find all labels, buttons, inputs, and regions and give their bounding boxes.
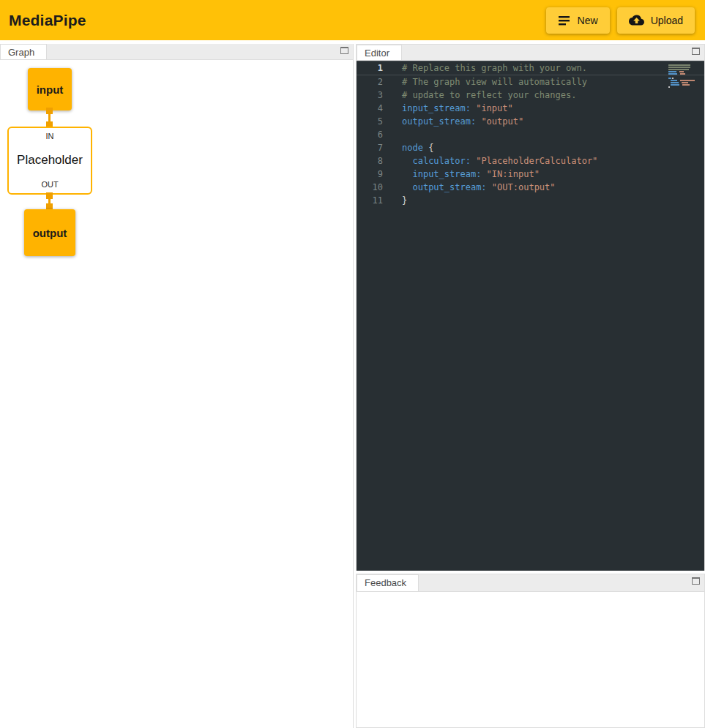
code-token: input_stream: (412, 169, 481, 179)
minimap-token (668, 80, 670, 81)
code-line[interactable]: 11} (357, 194, 704, 207)
menu-lines-icon (558, 15, 571, 26)
code-token: calculator: (412, 156, 470, 166)
code-line-content: # update to reflect your changes. (383, 89, 576, 102)
code-line[interactable]: 10 output_stream: "OUT:output" (357, 181, 704, 194)
minimap-token (672, 78, 674, 79)
header-buttons: New Upload (546, 7, 695, 34)
minimap-token (668, 69, 689, 70)
output-node-label: output (33, 227, 67, 239)
graph-tabbar: Graph (0, 44, 353, 60)
code-token (402, 156, 412, 166)
code-line-content: calculator: "PlaceholderCalculator" (383, 154, 597, 168)
graph-canvas[interactable]: input IN Placeholder OUT output (0, 60, 353, 728)
graph-panel: Graph input IN Placeholder OUT output (0, 44, 354, 728)
line-number: 3 (357, 89, 383, 102)
line-number: 7 (357, 141, 383, 154)
minimap-token (671, 80, 677, 81)
minimap-token (679, 82, 681, 83)
code-line-content: # Replace this graph with your own. (383, 61, 587, 75)
minimap-token (668, 64, 690, 66)
minimap-token (668, 82, 670, 83)
feedback-panel: Feedback (356, 574, 705, 728)
tab-editor[interactable]: Editor (357, 45, 402, 60)
graph-node-placeholder[interactable]: IN Placeholder OUT (7, 127, 92, 195)
code-token (402, 169, 412, 179)
placeholder-node-label: Placeholder (17, 153, 83, 168)
minimap-token (668, 73, 677, 75)
code-token: { (423, 143, 433, 153)
code-token: # The graph view will automatically (402, 77, 587, 87)
code-token: # Replace this graph with your own. (402, 63, 587, 73)
code-line-content: input_stream: "IN:input" (383, 168, 540, 181)
line-number: 1 (357, 61, 383, 75)
minimap-token (668, 67, 690, 68)
main-area: Graph input IN Placeholder OUT output (0, 40, 705, 728)
code-token: "output" (481, 116, 523, 127)
upload-button-label: Upload (651, 15, 683, 26)
code-line[interactable]: 1# Replace this graph with your own. (357, 61, 704, 75)
line-number: 6 (357, 128, 383, 141)
code-line[interactable]: 7node { (357, 141, 704, 154)
code-line[interactable]: 6 (357, 128, 704, 141)
code-token (481, 169, 486, 179)
editor-expand-icon[interactable] (692, 48, 700, 55)
code-token: node (402, 143, 423, 153)
line-number: 10 (357, 181, 383, 194)
minimap-token (678, 80, 679, 81)
code-line-content: } (383, 194, 407, 207)
code-line[interactable]: 5output_stream: "output" (357, 115, 704, 128)
feedback-content (357, 592, 704, 727)
minimap-token (668, 71, 676, 72)
line-number: 11 (357, 194, 383, 207)
app-title: MediaPipe (9, 12, 86, 29)
minimap-token (677, 71, 679, 72)
graph-expand-icon[interactable] (340, 47, 348, 54)
code-line-content: output_stream: "output" (383, 115, 523, 128)
minimap-token (682, 82, 688, 83)
code-line-content: # The graph view will automatically (383, 75, 587, 89)
code-line-content: node { (383, 141, 433, 154)
code-token: # update to reflect your changes. (402, 90, 576, 100)
minimap-token (680, 73, 685, 75)
code-token: input_stream: (402, 103, 471, 113)
input-node-label: input (37, 83, 64, 96)
graph-node-input[interactable]: input (28, 68, 72, 110)
line-number: 4 (357, 102, 383, 115)
code-line[interactable]: 9 input_stream: "IN:input" (357, 168, 704, 181)
code-line[interactable]: 3# update to reflect your changes. (357, 89, 704, 102)
feedback-tabbar: Feedback (357, 574, 704, 592)
code-lines: 1# Replace this graph with your own.2# T… (357, 61, 704, 207)
placeholder-out-port: OUT (41, 180, 58, 189)
tab-feedback[interactable]: Feedback (357, 574, 419, 591)
minimap-token (679, 71, 684, 72)
code-line-content: output_stream: "OUT:output" (383, 181, 556, 194)
upload-button[interactable]: Upload (617, 7, 695, 34)
minimap-token (668, 78, 671, 79)
feedback-expand-icon[interactable] (692, 577, 700, 585)
line-number: 2 (357, 75, 383, 89)
minimap-token (671, 82, 679, 83)
minimap-token (671, 84, 679, 86)
code-token: "OUT:output" (492, 182, 556, 192)
line-number: 9 (357, 168, 383, 181)
graph-node-output[interactable]: output (24, 209, 75, 256)
code-line[interactable]: 8 calculator: "PlaceholderCalculator" (357, 154, 704, 168)
code-token (487, 182, 492, 192)
code-line[interactable]: 2# The graph view will automatically (357, 75, 704, 89)
new-button[interactable]: New (546, 7, 610, 34)
minimap-token (678, 73, 679, 75)
code-line-content (383, 128, 402, 141)
minimap-token (680, 80, 695, 81)
app-header: MediaPipe New Upload (0, 0, 705, 40)
tab-graph[interactable]: Graph (0, 44, 47, 59)
code-editor[interactable]: 1# Replace this graph with your own.2# T… (357, 61, 704, 571)
new-button-label: New (578, 15, 598, 26)
code-token: output_stream: (412, 182, 486, 192)
editor-minimap[interactable] (668, 64, 695, 89)
minimap-line (668, 86, 695, 89)
right-column: Editor 1# Replace this graph with your o… (356, 44, 705, 728)
code-token: "input" (476, 103, 513, 113)
editor-panel: Editor 1# Replace this graph with your o… (356, 44, 705, 571)
code-line[interactable]: 4input_stream: "input" (357, 102, 704, 115)
